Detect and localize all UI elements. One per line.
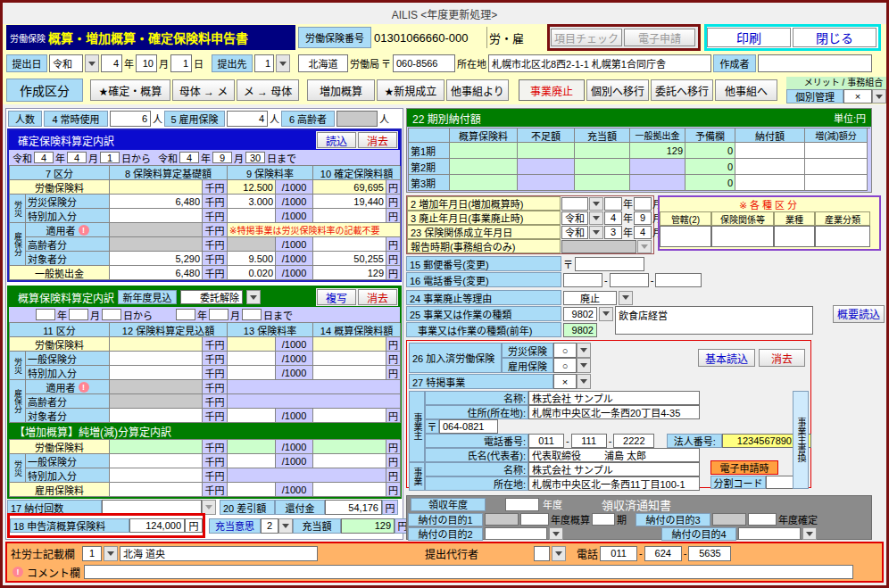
yubin-henkou-field[interactable] xyxy=(575,257,644,271)
kakutei-to-month[interactable]: 9 xyxy=(212,152,232,163)
cell-base[interactable] xyxy=(110,454,203,468)
juto-ishi-value[interactable]: 2 xyxy=(261,518,278,534)
gaisan-from-day[interactable] xyxy=(102,309,121,320)
cell-amt[interactable] xyxy=(313,366,386,380)
zouka-year[interactable] xyxy=(604,197,622,211)
kobetsu-kanri-value[interactable]: × xyxy=(843,89,872,104)
author-field[interactable] xyxy=(758,54,872,72)
denwa-henkou-1[interactable] xyxy=(563,273,602,287)
owner-name-field[interactable]: 株式会社 サンプル xyxy=(528,391,700,405)
kihon-yomikomi-button[interactable]: 基本読込 xyxy=(698,349,755,367)
cell-base[interactable]: 6,480 xyxy=(110,266,203,280)
kobetsu-kanri-dropdown[interactable] xyxy=(872,89,886,104)
koyou-hoken-field[interactable]: 4 xyxy=(227,111,268,127)
seiritsu-month[interactable]: 4 xyxy=(634,226,652,239)
hoken-kankei-field[interactable] xyxy=(711,226,774,247)
cell-amt[interactable] xyxy=(313,409,386,423)
kakutei-from-day[interactable]: 1 xyxy=(100,152,120,163)
kakutei-from-year[interactable]: 4 xyxy=(34,152,54,163)
cell-rate[interactable] xyxy=(228,409,276,423)
sharoushi-name-field[interactable]: 北海 道央 xyxy=(120,546,318,561)
owner-postal-field[interactable]: 064-0821 xyxy=(439,419,498,434)
cell-base[interactable] xyxy=(110,483,203,497)
denwa-henkou-3[interactable] xyxy=(655,273,702,287)
cell-base[interactable] xyxy=(110,468,203,483)
nofu-mokuteki2-field[interactable] xyxy=(485,527,547,540)
cell-nofu[interactable] xyxy=(735,175,805,191)
gyoshu-field[interactable] xyxy=(774,226,815,247)
kobetsu-ikou-button[interactable]: 個別へ移行 xyxy=(586,79,649,101)
cell-nofu[interactable] xyxy=(735,159,805,175)
e-apply-button[interactable]: 電子申請 xyxy=(624,29,695,46)
joji-shiyou-field[interactable]: 6 xyxy=(110,111,151,127)
kakutei-from-month[interactable]: 4 xyxy=(67,152,87,163)
juto-ishi-dropdown[interactable] xyxy=(278,518,293,534)
ryoshu-nendo-field[interactable] xyxy=(505,498,539,511)
cell-nofu[interactable] xyxy=(735,143,805,159)
kakutei-clear-button[interactable]: 消去 xyxy=(358,132,397,148)
cell-amt[interactable]: 50,255 xyxy=(313,252,386,266)
cell-base[interactable] xyxy=(110,209,203,223)
me-to-botai-button[interactable]: メ → 母体 xyxy=(237,79,299,101)
owner-tel3[interactable]: 2222 xyxy=(613,434,654,448)
shinki-seiritsu-button[interactable]: ★新規成立 xyxy=(377,79,444,101)
submit-era-select[interactable]: 令和 xyxy=(49,54,83,72)
kankatsu-field[interactable] xyxy=(660,226,711,247)
kakutei-to-day[interactable]: 30 xyxy=(245,152,265,163)
cell-amt[interactable]: 19,440 xyxy=(313,195,386,209)
tajikumi-yori-button[interactable]: 他事組より xyxy=(446,79,509,101)
submit-dest-field[interactable]: 1 xyxy=(254,54,274,72)
cell-rate[interactable] xyxy=(228,366,276,380)
cell-rate[interactable]: 9.500 xyxy=(228,252,276,266)
owner-tel1[interactable]: 011 xyxy=(528,434,564,448)
sharoushi-num-select[interactable]: 1 xyxy=(82,546,102,561)
cell-rate[interactable]: 3.000 xyxy=(228,195,276,209)
seiritsu-era-select[interactable]: 令和 xyxy=(561,226,588,239)
close-button[interactable]: 閉じる xyxy=(793,28,877,47)
kanyuzumi-clear-button[interactable]: 消去 xyxy=(759,349,805,367)
haishi-era-dropdown[interactable] xyxy=(589,211,603,225)
botai-to-me-button[interactable]: 母体 → メ xyxy=(172,79,235,101)
submit-era-dropdown[interactable] xyxy=(85,54,99,72)
shinkokuzumi-value[interactable]: 124,000 xyxy=(129,518,185,533)
sagyou-shurui-code[interactable]: 9802 xyxy=(563,307,597,321)
itaku-ikou-button[interactable]: 委託へ移行 xyxy=(651,79,713,101)
seiritsu-year[interactable]: 3 xyxy=(604,226,622,239)
nofu-ki-field[interactable] xyxy=(592,513,615,526)
submit-month-field[interactable]: 10 xyxy=(136,54,157,72)
cell-amt[interactable] xyxy=(313,483,386,497)
haishi-year[interactable]: 4 xyxy=(604,211,622,225)
cell-amt[interactable] xyxy=(313,352,386,366)
site-name-field[interactable]: 株式会社 サンプル xyxy=(528,462,700,476)
cell-rate[interactable] xyxy=(228,209,276,223)
cell-zougen[interactable] xyxy=(805,159,868,175)
koyou-hoken-dropdown[interactable] xyxy=(577,358,591,373)
cell-amt[interactable]: 129 xyxy=(313,266,386,280)
submit-year-field[interactable]: 4 xyxy=(101,54,122,72)
zouka-era-select[interactable] xyxy=(561,197,588,211)
haishi-month[interactable]: 9 xyxy=(634,211,652,225)
bureau-postal-field[interactable]: 060-8566 xyxy=(393,54,455,72)
tel2-field[interactable]: 624 xyxy=(644,546,682,561)
kakutei-gaisan-button[interactable]: ★確定・概算 xyxy=(90,79,170,101)
gaisan-clear-button[interactable]: 消去 xyxy=(358,289,397,305)
tel3-field[interactable]: 5635 xyxy=(688,546,731,561)
itaku-kaijo-select[interactable]: 委託解除 xyxy=(180,290,243,304)
gaisan-to-day[interactable] xyxy=(242,309,262,320)
item-check-button[interactable]: 項目チェック xyxy=(551,29,622,46)
nofu-mokuteki4-dropdown[interactable] xyxy=(802,527,817,540)
bureau-address-field[interactable]: 札幌市北区北8西2-1-1 札幌第1合同庁舎 xyxy=(488,54,711,72)
tajikumi-he-button[interactable]: 他事組へ xyxy=(715,79,777,101)
prefecture-field[interactable]: 北海道 xyxy=(298,54,348,72)
owner-addr-field[interactable]: 札幌市中央区北一条西20丁目4-35 xyxy=(528,405,700,419)
print-button[interactable]: 印刷 xyxy=(707,28,791,47)
cell-base[interactable]: 5,290 xyxy=(110,252,203,266)
cell-amt[interactable] xyxy=(313,237,386,252)
cell-base[interactable]: 6,480 xyxy=(110,195,203,209)
cell-zougen[interactable] xyxy=(805,175,868,191)
kakutei-to-year[interactable]: 4 xyxy=(179,152,199,163)
nofu-mokuteki4-field[interactable] xyxy=(738,527,801,540)
jigyou-haishi-button[interactable]: 事業廃止 xyxy=(519,79,585,101)
kakutei-read-button[interactable]: 読込 xyxy=(317,132,356,148)
comment-input[interactable] xyxy=(84,565,853,579)
